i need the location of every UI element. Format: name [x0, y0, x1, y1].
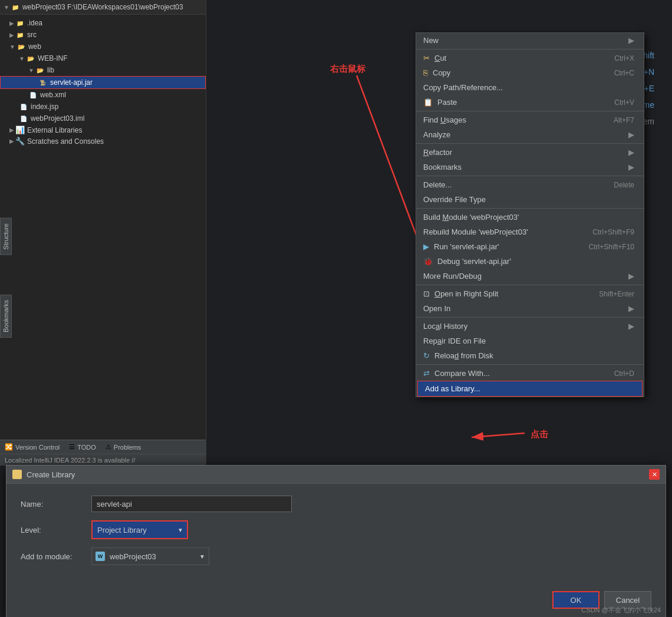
menu-item-rebuild-module[interactable]: Rebuild Module 'webProject03' Ctrl+Shift… [416, 225, 644, 239]
reload-icon: ↻ [423, 351, 430, 360]
separator-7 [416, 317, 644, 318]
dialog-title: Create Library [12, 470, 75, 479]
open-split-shortcut: Shift+Enter [599, 290, 634, 298]
iml-icon: 📄 [19, 114, 28, 123]
lib-label: lib [47, 66, 54, 74]
webinf-expand-arrow: ▼ [19, 55, 25, 62]
web-folder-icon: 📂 [17, 42, 26, 51]
debug-icon: 🐞 [423, 257, 433, 266]
tree-item-indexjsp[interactable]: 📄 index.jsp [0, 101, 206, 113]
name-row: Name: [21, 496, 651, 512]
reload-label: Reloаd from Disk [434, 351, 493, 360]
copy-icon: ⎘ [423, 68, 428, 77]
dialog-body: Name: Level: Global Library Project Libr… [6, 484, 666, 585]
menu-item-local-history[interactable]: Local History ▶ [416, 319, 644, 334]
menu-item-copy-path[interactable]: Copy Path/Reference... [416, 80, 644, 95]
tree-item-webinf[interactable]: ▼ 📂 WEB-INF [0, 52, 206, 64]
cut-left: ✂ Cut [423, 54, 446, 62]
tree-header: ▼ 📁 webProject03 F:\IDEAWorkspaces01\web… [0, 0, 206, 15]
servlet-jar-label: servlet-api.jar [50, 78, 93, 87]
run-left: ▶ Run 'servlet-api.jar' [423, 242, 499, 251]
tree-item-webxml[interactable]: 📄 web.xml [0, 89, 206, 101]
extlibs-arrow: ▶ [9, 127, 14, 133]
tree-item-servlet-jar[interactable]: 🗜 servlet-api.jar [0, 76, 206, 89]
menu-item-bookmarks[interactable]: Bookmarks ▶ [416, 160, 644, 174]
menu-item-build-module[interactable]: Build Module 'webProject03' [416, 210, 644, 225]
rebuild-shortcut: Ctrl+Shift+F9 [592, 228, 634, 236]
indexjsp-label: index.jsp [31, 103, 58, 111]
dialog-footer: OK Cancel [6, 585, 666, 617]
repair-ide-label: Repair IDE on File [423, 336, 486, 345]
menu-item-analyze[interactable]: Analyze ▶ [416, 127, 644, 142]
menu-item-refactor[interactable]: Refactor ▶ [416, 145, 644, 160]
structure-tab[interactable]: Structure [0, 218, 12, 255]
override-type-label: Override File Type [423, 195, 486, 204]
lib-expand-arrow: ▼ [28, 67, 34, 74]
cut-icon: ✂ [423, 54, 430, 62]
name-input[interactable] [91, 496, 292, 512]
dialog-close-button[interactable]: ✕ [649, 469, 660, 480]
menu-item-reload[interactable]: ↻ Reloаd from Disk [416, 348, 644, 363]
tree-item-idea[interactable]: ▶ 📁 .idea [0, 17, 206, 29]
rebuild-module-label: Rebuild Module 'webProject03' [423, 227, 528, 236]
bookmarks-tab[interactable]: Bookmarks [0, 295, 12, 338]
todo-tab[interactable]: ☰ TODO [69, 443, 96, 451]
menu-item-add-as-library[interactable]: Add as Library... [417, 381, 643, 397]
menu-item-copy[interactable]: ⎘ Copy Ctrl+C [416, 65, 644, 80]
cut-shortcut: Ctrl+X [614, 54, 634, 62]
watermark: CSDN @不会飞的小飞侠24 [581, 606, 661, 615]
todo-label: TODO [77, 444, 96, 451]
menu-item-run[interactable]: ▶ Run 'servlet-api.jar' Ctrl+Shift+F10 [416, 239, 644, 254]
problems-tab[interactable]: ⚠ Problems [106, 443, 141, 451]
tree-item-web[interactable]: ▼ 📂 web [0, 41, 206, 52]
menu-item-open-right-split[interactable]: ⊡ Open in Right Split Shift+Enter [416, 286, 644, 301]
level-label: Level: [21, 526, 91, 534]
menu-item-override-type[interactable]: Override File Type [416, 192, 644, 207]
level-select[interactable]: Global Library Project Library Module Li… [93, 522, 187, 538]
module-select-wrapper: W webProject03 ▼ [91, 547, 209, 565]
local-history-label: Local History [423, 322, 467, 331]
bottom-tabs: 🔀 Version Control ☰ TODO ⚠ Problems [0, 440, 206, 454]
separator-1 [416, 49, 644, 50]
status-text: Localized IntelliJ IDEA 2022.2.3 is avai… [5, 457, 135, 464]
compare-left: ⇄ Compare With... [423, 369, 490, 378]
separator-3 [416, 143, 644, 144]
version-control-tab[interactable]: 🔀 Version Control [5, 443, 60, 451]
add-as-library-label: Add as Library... [425, 384, 480, 393]
extlibs-label: External Libraries [27, 126, 82, 134]
tree-item-ext-libs[interactable]: ▶ 📊 External Libraries [0, 124, 206, 136]
delete-shortcut: Delete [614, 181, 634, 189]
idea-label: .idea [27, 19, 42, 27]
name-label: Name: [21, 500, 91, 509]
menu-item-more-run[interactable]: More Run/Debug ▶ [416, 269, 644, 283]
tree-item-iml[interactable]: 📄 webProject03.iml [0, 113, 206, 124]
tree-item-lib[interactable]: ▼ 📂 lib [0, 64, 206, 76]
tree-expand-arrow[interactable]: ▼ [4, 4, 9, 11]
analyze-label: Analyze [423, 130, 450, 139]
menu-item-delete[interactable]: Delete... Delete [416, 177, 644, 192]
menu-item-paste[interactable]: 📋 Paste Ctrl+V [416, 95, 644, 110]
tree-item-src[interactable]: ▶ 📁 src [0, 29, 206, 41]
menu-item-cut[interactable]: ✂ Cut Ctrl+X [416, 51, 644, 65]
menu-item-repair-ide[interactable]: Repair IDE on File [416, 334, 644, 348]
menu-item-open-in[interactable]: Open In ▶ [416, 301, 644, 316]
tree-item-scratches[interactable]: ▶ 🔧 Scratches and Consoles [0, 136, 206, 147]
menu-item-compare[interactable]: ⇄ Compare With... Ctrl+D [416, 366, 644, 381]
menu-item-debug[interactable]: 🐞 Debug 'servlet-api.jar' [416, 254, 644, 269]
menu-item-new[interactable]: New ▶ [416, 33, 644, 48]
module-label: Add to module: [21, 552, 91, 561]
copy-shortcut: Ctrl+C [614, 69, 634, 77]
lib-folder-icon: 📂 [35, 65, 45, 75]
copy-label: Copy [433, 68, 450, 77]
module-icon: W [95, 552, 105, 561]
open-in-arrow: ▶ [628, 304, 634, 313]
web-expand-arrow: ▼ [9, 44, 15, 50]
idea-collapse-arrow: ▶ [9, 20, 14, 27]
debug-left: 🐞 Debug 'servlet-api.jar' [423, 257, 511, 266]
open-in-label: Open In [423, 304, 450, 313]
project-root-label: webProject03 F:\IDEAWorkspaces01\webProj… [22, 3, 183, 11]
module-select[interactable]: webProject03 [105, 548, 199, 565]
menu-new-label: New [423, 36, 624, 45]
menu-item-find-usages[interactable]: Find Usages Alt+F7 [416, 113, 644, 127]
paste-label: Paste [437, 98, 457, 107]
